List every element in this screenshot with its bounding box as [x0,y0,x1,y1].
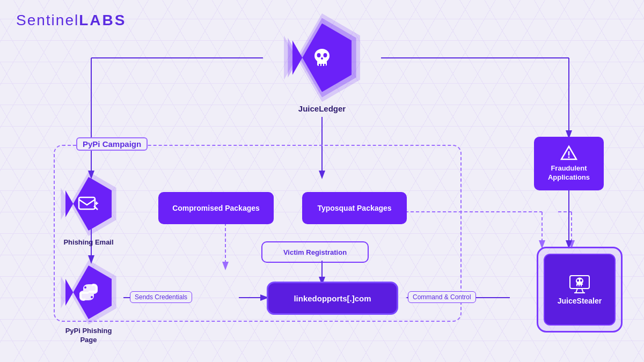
svg-rect-33 [577,285,579,286]
svg-rect-24 [79,197,95,209]
typosquat-packages-label: Typosquat Packages [317,204,391,212]
skull-icon [308,44,336,72]
svg-rect-34 [580,285,581,286]
compromised-packages-label: Compromised Packages [172,204,260,212]
svg-rect-35 [582,285,583,286]
svg-rect-20 [324,64,326,67]
svg-point-36 [577,279,579,281]
fraudulent-apps-label: Fraudulent Applications [534,164,604,182]
pypi-campaign-label: PyPi Campaign [76,137,148,151]
victim-registration-node: Victim Registration [261,241,369,263]
phishing-email-node: Phishing Email [56,172,121,247]
warning-icon [560,145,577,161]
svg-point-28 [568,157,570,158]
juicestealer-label: JuiceStealer [558,297,602,306]
svg-rect-18 [319,64,320,67]
juiceledger-label: JuiceLedger [298,104,346,114]
juicestealer-node: JuiceStealer [544,254,616,326]
svg-point-25 [84,286,86,289]
svg-point-22 [324,53,327,57]
python-icon [78,282,99,303]
fraudulent-apps-node: Fraudulent Applications [534,137,604,190]
logo: SentinelLABS [16,12,126,29]
victim-registration-label: Victim Registration [283,248,347,256]
phishing-email-label: Phishing Email [63,238,113,247]
svg-point-37 [580,279,582,281]
logo-labs: LABS [79,12,126,28]
command-control-label: Command & Control [408,291,476,303]
linkedopports-label: linkedopports[.]com [294,294,371,303]
svg-point-23 [321,57,323,60]
svg-point-26 [91,296,93,298]
linkedopports-node: linkedopports[.]com [267,282,398,315]
logo-sentinel: Sentinel [16,12,79,28]
juicestealer-outer: JuiceStealer [537,247,623,333]
compromised-packages-node: Compromised Packages [158,192,274,224]
juiceledger-node: JuiceLedger [263,13,381,114]
svg-rect-19 [321,64,323,67]
svg-point-21 [317,53,321,57]
typosquat-packages-node: Typosquat Packages [302,192,407,224]
email-icon [78,195,99,212]
pypi-phishing-node: PyPi PhishingPage [56,260,121,345]
monitor-icon [568,274,591,294]
sends-credentials-label: Sends Credentials [130,291,192,303]
pypi-phishing-label: PyPi PhishingPage [65,327,112,345]
